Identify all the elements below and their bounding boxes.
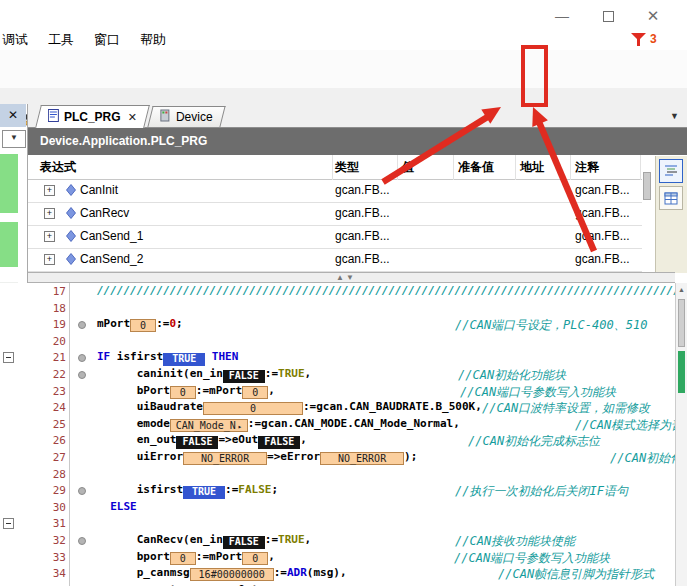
device-icon [160,109,171,125]
table-row[interactable]: +CanRecvgcan.FB...gcan.FB... [28,203,642,226]
window-titlebar: — ✕ [0,0,687,30]
column-header-表达式[interactable]: 表达式 [40,159,76,176]
table-scrollbar-thumb[interactable] [643,172,651,200]
monitor-value-box[interactable]: 0 [130,319,156,332]
comment-cell: gcan.FB... [575,252,630,266]
column-header-值[interactable]: 值 [402,159,414,176]
expand-icon[interactable]: + [44,208,55,219]
true-value-box[interactable]: TRUE [183,486,225,499]
menu-item-调试[interactable]: 调试 [2,31,28,49]
tab-label: Device [176,110,213,124]
document-tab-strip: PLC_PRG✕Device▼ [28,104,687,128]
table-row[interactable]: +CanSend_2gcan.FB...gcan.FB... [28,249,642,272]
code-scrollbar[interactable]: ▲ [675,283,687,586]
monitor-value-box[interactable]: NO_ERROR [320,452,404,465]
code-text: en_outFALSE=>eOutFALSE, [97,433,307,449]
menu-item-帮助[interactable]: 帮助 [140,31,166,49]
code-token: en_out [97,433,176,446]
code-line: 24 uiBaudrate0:=gcan.CAN_BAUDRATE.B_500K… [0,399,676,416]
close-button[interactable]: ✕ [637,6,669,26]
inline-comment: //CAN接收功能块使能 [455,533,575,550]
code-token: := [225,483,238,496]
code-token: =>eError [267,450,320,463]
window-list-dropdown-icon[interactable]: ▼ [670,111,679,121]
inline-comment: //CAN初始化 [610,450,676,467]
menu-item-窗口[interactable]: 窗口 [94,31,120,49]
enum-value-box[interactable]: CAN_Mode_N▸ [170,419,248,432]
panel-dropdown-button[interactable]: ▼ [2,130,26,148]
tab-PLC_PRG[interactable]: PLC_PRG✕ [35,105,150,128]
monitor-value-box[interactable]: 0 [170,552,196,565]
inline-comment: //CAN口波特率设置，如需修改 [482,400,650,417]
fold-collapse-icon[interactable] [3,518,14,529]
column-header-准备值[interactable]: 准备值 [458,159,494,176]
code-line: 35 en_outFALSE=>eOutFALSE, [0,582,676,586]
table-row[interactable]: +CanInitgcan.FB...gcan.FB... [28,180,642,203]
true-value-box[interactable]: TRUE [163,353,205,366]
code-line: 31 [0,515,676,532]
variable-icon [66,184,76,199]
monitor-value-box[interactable]: 0 [170,386,196,399]
fold-collapse-icon[interactable] [3,352,14,363]
main-toolbar: ∶B A ⚑ ⚑◂ ⚑▸ ⚑✕ ✱ ▾ Application [Device:… [0,50,687,88]
watch-table-header: 表达式类型值准备值地址注释 [28,155,642,180]
code-line: 19mPort0:=0;//CAN端口号设定，PLC-400、510 [0,316,676,333]
code-line: 28 [0,466,676,483]
scroll-up-icon[interactable]: ▲ [678,286,685,293]
column-header-类型[interactable]: 类型 [335,159,359,176]
minimize-button[interactable]: — [546,6,578,26]
false-value-box[interactable]: FALSE [223,370,265,383]
code-token: uiBaudrate [97,400,203,413]
code-line: 17//////////////////////////////////////… [0,283,676,300]
false-value-box[interactable]: FALSE [176,436,218,449]
execution-point-icon [78,371,86,379]
line-number: 32 [28,534,66,547]
code-token: := [265,367,278,380]
false-value-box[interactable]: FALSE [223,536,265,549]
code-token: := [274,566,287,579]
panel-close-button[interactable]: ✕ [0,104,26,127]
code-token: , [300,433,307,446]
tab-label: PLC_PRG [64,110,121,124]
monitor-value-box[interactable]: 0 [242,386,268,399]
expression-cell: CanInit [80,183,118,197]
monitor-value-box[interactable]: 0 [242,552,268,565]
monitor-value-box[interactable]: NO_ERROR [183,452,267,465]
code-token: ); [404,450,417,463]
column-header-地址[interactable]: 地址 [520,159,544,176]
annotation-highlight-box [521,45,548,107]
notification-area[interactable]: 3 [630,31,676,49]
code-token: mPort [97,317,130,330]
splitter-handle-icon[interactable]: ▲▼ [336,273,356,282]
false-value-box[interactable]: FALSE [258,436,300,449]
line-number: 33 [28,551,66,564]
column-header-注释[interactable]: 注释 [575,159,599,176]
expand-icon[interactable]: + [44,254,55,265]
pou-document-icon [48,109,59,125]
code-token: :=gcan.CAN_MODE.CAN_Mode_Normal, [248,417,460,430]
menu-item-工具[interactable]: 工具 [48,31,74,49]
maximize-button[interactable] [592,6,624,26]
tab-Device[interactable]: Device [147,106,225,127]
monitor-value-box[interactable]: 16#00000000 [190,568,274,581]
expand-icon[interactable]: + [44,185,55,196]
declaration-view-button[interactable] [659,159,683,183]
declaration-code-splitter[interactable]: ▲▼ [28,272,675,283]
st-code-editor[interactable]: 17//////////////////////////////////////… [0,283,676,586]
variable-icon [66,253,76,268]
execution-point-icon [78,354,86,362]
code-scrollbar-thumb[interactable] [678,299,685,347]
code-token [97,500,110,513]
table-row[interactable]: +CanSend_1gcan.FB...gcan.FB... [28,226,642,249]
code-text: mPort0:=0; [97,317,183,332]
code-text: emodeCAN_Mode_N▸:=gcan.CAN_MODE.CAN_Mode… [97,417,460,432]
inline-comment: //CAN端口号参数写入功能块 [460,384,616,401]
monitor-value-box[interactable]: 0 [203,402,303,415]
code-text: IF isfirstTRUE THEN [97,350,238,366]
expand-icon[interactable]: + [44,231,55,242]
comment-cell: gcan.FB... [575,183,630,197]
tab-close-icon[interactable]: ✕ [128,111,137,124]
table-view-button[interactable] [659,186,683,210]
inline-comment: //CAN初始化完成标志位 [468,433,600,450]
table-grid-icon [664,192,678,205]
